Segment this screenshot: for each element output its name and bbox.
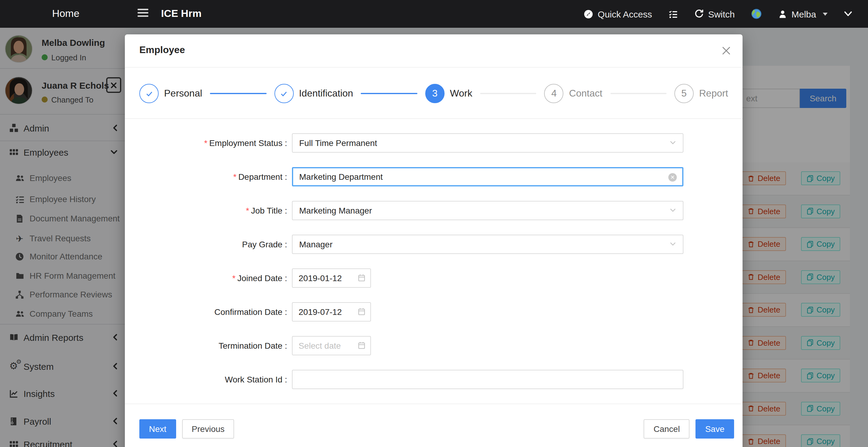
employment-status-select[interactable]: Full Time Permanent (292, 133, 683, 153)
field-label: *Employment Status (140, 138, 292, 148)
form-row-joined-date: *Joined Date 2019-01-12 (125, 261, 743, 295)
language-globe-icon[interactable] (751, 8, 762, 19)
job-title-select[interactable]: Marketing Manager (292, 201, 683, 220)
work-form: *Employment Status Full Time Permanent *… (125, 118, 743, 396)
chevron-down-icon (670, 141, 676, 145)
required-asterisk: * (233, 172, 237, 182)
chevron-down-icon (670, 242, 676, 246)
form-row-termination-date: Termination Date Select date (125, 329, 743, 362)
field-label: Pay Grade (140, 239, 292, 249)
clear-icon[interactable]: ✕ (668, 173, 677, 182)
step-report[interactable]: 5 Report (674, 84, 728, 103)
modal-footer: Next Previous Cancel Save (125, 404, 743, 447)
app-root: ext Search Delete Copy Delete Copy Delet… (0, 0, 868, 447)
step-connector (610, 93, 666, 94)
calendar-icon (358, 274, 366, 282)
wizard-steps: Personal Identification 3 Work 4 Contact… (140, 83, 728, 104)
step-connector (480, 93, 536, 94)
step-work[interactable]: 3 Work (425, 84, 472, 103)
topbar: Home ICE Hrm Quick Access Switch Melba (0, 0, 868, 28)
step-contact[interactable]: 4 Contact (545, 84, 602, 103)
tasks-list-icon[interactable] (668, 9, 678, 19)
compass-icon (583, 9, 593, 19)
field-label: Work Station Id (140, 375, 292, 384)
step-check-icon (274, 84, 293, 103)
user-menu[interactable]: Melba (778, 9, 828, 19)
form-row-work-station-id: Work Station Id (125, 362, 743, 396)
step-number: 5 (674, 84, 694, 103)
calendar-icon (358, 308, 366, 316)
rotate-icon (694, 9, 704, 19)
step-connector (361, 93, 417, 94)
step-number: 4 (545, 84, 564, 103)
hamburger-icon[interactable] (137, 8, 149, 18)
quick-access-button[interactable]: Quick Access (583, 9, 652, 19)
field-label: *Joined Date (140, 273, 292, 283)
work-station-id-input[interactable] (292, 370, 683, 389)
collapse-topbar-chevron[interactable] (844, 11, 852, 17)
form-row-pay-grade: Pay Grade Manager (125, 228, 743, 261)
modal-close-button[interactable] (720, 44, 732, 57)
next-button[interactable]: Next (140, 419, 176, 439)
step-check-icon (140, 84, 159, 103)
employee-modal: Employee Personal Identification 3 Work (125, 34, 743, 447)
step-identification[interactable]: Identification (274, 84, 353, 103)
step-number: 3 (425, 84, 444, 103)
modal-header: Employee (125, 34, 743, 67)
chevron-down-icon (670, 208, 676, 212)
caret-down-icon (823, 12, 828, 16)
step-connector (210, 93, 266, 94)
calendar-icon (358, 341, 366, 349)
field-label: *Job Title (140, 206, 292, 215)
field-label: *Department (140, 172, 292, 182)
required-asterisk: * (246, 206, 249, 215)
field-label: Termination Date (140, 341, 292, 351)
switch-button[interactable]: Switch (694, 9, 735, 19)
field-label: Confirmation Date (140, 307, 292, 317)
pay-grade-select[interactable]: Manager (292, 235, 683, 254)
save-button[interactable]: Save (695, 419, 734, 439)
close-icon (722, 47, 731, 55)
department-select[interactable]: Marketing Department ✕ (292, 167, 683, 186)
cancel-button[interactable]: Cancel (644, 419, 689, 439)
home-nav[interactable]: Home (0, 0, 131, 28)
app-title: ICE Hrm (161, 0, 202, 28)
required-asterisk: * (204, 138, 208, 148)
termination-date-input[interactable]: Select date (292, 336, 371, 355)
form-row-confirmation-date: Confirmation Date 2019-07-12 (125, 295, 743, 329)
confirmation-date-input[interactable]: 2019-07-12 (292, 302, 371, 322)
joined-date-input[interactable]: 2019-01-12 (292, 268, 371, 288)
form-row-job-title: *Job Title Marketing Manager (125, 193, 743, 228)
form-row-employment-status: *Employment Status Full Time Permanent (125, 126, 743, 160)
previous-button[interactable]: Previous (182, 419, 234, 439)
required-asterisk: * (232, 273, 236, 283)
step-personal[interactable]: Personal (140, 84, 202, 103)
modal-title: Employee (140, 44, 185, 56)
person-icon (778, 9, 787, 19)
form-row-department: *Department Marketing Department ✕ (125, 160, 743, 193)
